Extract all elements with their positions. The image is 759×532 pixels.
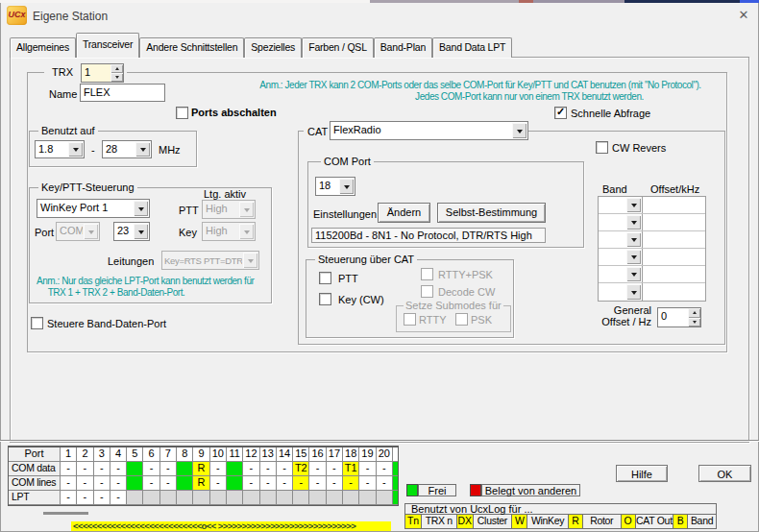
- steuerung-group-label: Steuerung über CAT: [315, 254, 417, 265]
- port-cell: -: [77, 462, 93, 476]
- schnelle-abfrage-checkbox[interactable]: ✓: [554, 107, 567, 119]
- submodes-label: Setze Submodes für: [404, 300, 503, 311]
- port-cell: -: [243, 476, 259, 491]
- port-cell: -: [94, 462, 110, 476]
- tab-transceiver[interactable]: Transceiver: [76, 33, 139, 58]
- port-cell: -: [61, 476, 77, 491]
- port-column-header: 15: [293, 447, 309, 462]
- band-to-combobox[interactable]: 28: [102, 140, 152, 158]
- tab-allgemeines[interactable]: Allgemeines: [10, 37, 76, 58]
- band-value: [599, 266, 625, 282]
- chevron-down-button[interactable]: [626, 250, 641, 264]
- band-value: [599, 214, 625, 230]
- key-level-combobox: High: [202, 222, 256, 241]
- band-combobox[interactable]: [599, 266, 643, 282]
- usage-label: Rotor: [583, 515, 622, 528]
- arrow-up-icon: [693, 309, 697, 314]
- trx-spinner[interactable]: 1: [81, 63, 124, 83]
- spin-up-button[interactable]: [688, 308, 700, 318]
- tab-band-plan[interactable]: Band-Plan: [374, 37, 432, 58]
- strip-seg: [370, 0, 519, 3]
- chevron-down-button[interactable]: [626, 284, 641, 300]
- band-daten-checkbox[interactable]: [31, 317, 43, 329]
- port-cell: [127, 476, 143, 491]
- leitungen-combobox: Key=RTS PTT=DTR: [161, 251, 259, 270]
- port-row-label: COM data: [9, 462, 61, 476]
- aendern-button[interactable]: Ändern: [378, 203, 430, 223]
- usage-key: O: [622, 515, 636, 528]
- ok-button[interactable]: OK: [698, 465, 751, 482]
- spin-down-button[interactable]: [688, 318, 700, 327]
- cat-ptt-label: PTT: [338, 273, 358, 284]
- port-cell: -: [343, 476, 359, 491]
- port-cell: [260, 491, 277, 505]
- key-line-label: Key: [179, 227, 197, 238]
- strip-seg: [533, 0, 624, 3]
- band-combobox[interactable]: [599, 249, 643, 265]
- ports-abschalten-label: Ports abschalten: [191, 107, 277, 118]
- chevron-down-icon: [244, 208, 250, 215]
- port-cell: [177, 462, 193, 476]
- band-row: [599, 283, 705, 301]
- tab-andere-schnittstellen[interactable]: Andere Schnittstellen: [139, 37, 244, 58]
- background-window-strip: [0, 0, 759, 3]
- chevron-down-button[interactable]: [626, 267, 641, 281]
- cat-combobox[interactable]: FlexRadio: [330, 121, 528, 140]
- port-cell: -: [110, 462, 127, 476]
- port-cell: -: [293, 476, 309, 491]
- rtty-psk-checkbox: [421, 268, 433, 280]
- port-number-combobox[interactable]: 23: [113, 222, 150, 241]
- band-combobox[interactable]: [599, 231, 643, 248]
- port-cell: [210, 491, 227, 505]
- tab-farben-qsl[interactable]: Farben / QSL: [302, 37, 374, 58]
- port-column-header: 19: [359, 447, 376, 462]
- port-cell: [227, 462, 243, 476]
- chevron-down-icon: [631, 255, 637, 262]
- frei-swatch: [406, 484, 418, 496]
- com-port-combobox[interactable]: 18: [315, 177, 355, 196]
- resize-dash[interactable]: [43, 512, 88, 515]
- close-icon[interactable]: ✕: [732, 6, 755, 25]
- cat-ptt-checkbox[interactable]: [319, 272, 331, 284]
- port-table: Port1234567891011121314151617181920COM d…: [8, 446, 399, 506]
- cw-revers-checkbox[interactable]: [596, 141, 608, 154]
- chevron-down-button[interactable]: [626, 232, 641, 247]
- cat-key-cw-checkbox[interactable]: [319, 293, 331, 305]
- selbst-bestimmung-button[interactable]: Selbst-Bestimmung: [437, 203, 546, 223]
- band-combobox[interactable]: [599, 214, 643, 230]
- scroll-arrows[interactable]: <<<<<<<<<<<<<<<<<<<<<<<<<<<o<< >>>>>>>>>…: [71, 521, 391, 531]
- hilfe-button[interactable]: Hilfe: [616, 465, 668, 482]
- port-column-header: 10: [210, 447, 227, 462]
- belegt-swatch: [470, 484, 481, 496]
- keyptt-device-combobox[interactable]: WinKey Port 1: [37, 199, 150, 218]
- ports-abschalten-checkbox[interactable]: [176, 107, 188, 119]
- port-cell: -: [61, 462, 77, 476]
- band-combobox[interactable]: [599, 283, 643, 301]
- spin-down-button[interactable]: [110, 73, 123, 82]
- app-icon: UCx: [7, 6, 27, 25]
- band-value: [599, 197, 625, 213]
- name-input[interactable]: FLEX: [80, 84, 165, 102]
- port-cell: -: [94, 476, 110, 491]
- general-offset-spinner[interactable]: 0: [657, 307, 701, 327]
- band-combobox[interactable]: [599, 197, 643, 213]
- chevron-down-button[interactable]: [626, 198, 641, 212]
- port-cell: -: [327, 476, 343, 491]
- spin-up-button[interactable]: [110, 64, 123, 73]
- com-settings-info: 115200Bd - 8N1 - No Protocol, DTR/RTS Hi…: [311, 228, 546, 243]
- port-cell: -: [110, 491, 127, 505]
- port-cell: [277, 491, 293, 505]
- tab-spezielles[interactable]: Spezielles: [244, 37, 302, 58]
- belegt-label: Belegt von anderen: [481, 484, 580, 496]
- band-from-combobox[interactable]: 1.8: [35, 140, 85, 158]
- usage-key: Tn: [405, 515, 422, 528]
- tab-band-data-lpt[interactable]: Band Data LPT: [432, 37, 512, 58]
- band-daten-label: Steuere Band-Daten-Port: [47, 318, 166, 329]
- com-port-label: COM Port: [321, 156, 374, 167]
- port-cell: -: [61, 491, 77, 505]
- strip-seg: [0, 0, 370, 3]
- chevron-down-icon: [88, 230, 94, 237]
- chevron-down-button[interactable]: [626, 215, 641, 230]
- arrow-up-icon: [115, 65, 119, 70]
- port-table-row: COM data------R----T2--T1--: [9, 462, 398, 476]
